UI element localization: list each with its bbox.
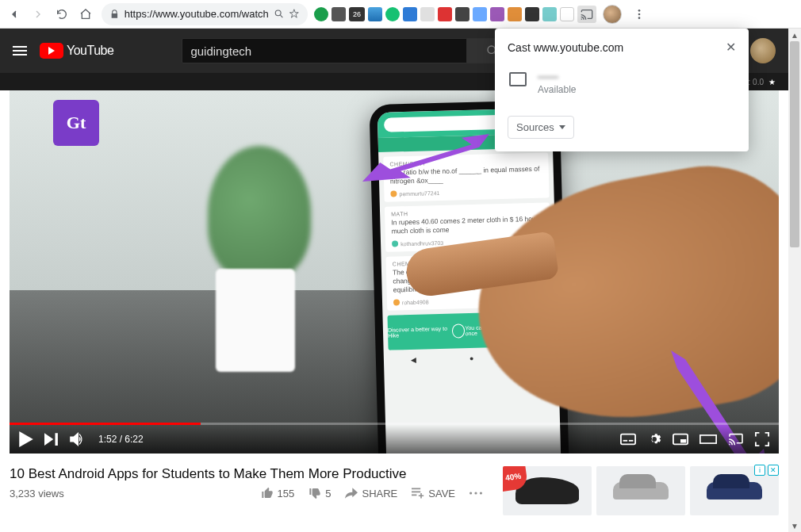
extension-icon[interactable]	[455, 7, 469, 21]
extension-icon[interactable]	[332, 7, 346, 21]
nav-back-button[interactable]	[3, 3, 25, 25]
svg-rect-20	[700, 435, 716, 443]
address-bar[interactable]: https://www.youtube.com/watch?...	[102, 3, 308, 25]
more-actions-button[interactable]	[465, 492, 487, 495]
thumb-up-icon	[261, 487, 274, 499]
extension-icon[interactable]	[508, 7, 522, 21]
extension-icon[interactable]	[385, 7, 400, 21]
subtitles-button[interactable]	[620, 433, 636, 446]
extension-icon[interactable]	[420, 7, 435, 21]
toolbar-cast-button[interactable]	[577, 6, 596, 23]
next-button[interactable]	[44, 433, 59, 446]
player-controls: 1:52 / 6:22	[10, 425, 779, 454]
nav-forward-button[interactable]	[27, 3, 49, 25]
extension-icon[interactable]	[542, 7, 557, 21]
close-icon[interactable]: ✕	[726, 40, 736, 55]
reload-button[interactable]	[51, 3, 73, 25]
volume-button[interactable]	[70, 432, 87, 446]
ad-close-icon[interactable]: ✕	[768, 465, 779, 476]
svg-rect-15	[621, 434, 635, 445]
ad-info-icon[interactable]: i	[754, 465, 765, 476]
user-avatar[interactable]	[750, 38, 776, 63]
url-text: https://www.youtube.com/watch?...	[125, 8, 269, 20]
youtube-logo[interactable]: YouTube	[40, 43, 113, 59]
chrome-menu-button[interactable]	[628, 3, 650, 25]
fullscreen-button[interactable]	[755, 432, 769, 446]
time-display: 1:52 / 6:22	[98, 434, 144, 445]
home-button[interactable]	[75, 3, 97, 25]
save-button[interactable]: SAVE	[407, 488, 460, 499]
like-button[interactable]: 155	[256, 487, 300, 499]
extension-icon[interactable]	[525, 7, 539, 21]
youtube-wordmark: YouTube	[67, 44, 113, 58]
share-button[interactable]: SHARE	[340, 488, 402, 499]
ad-thumbnail[interactable]	[596, 466, 685, 515]
miniplayer-button[interactable]	[673, 433, 688, 446]
extension-icon[interactable]	[490, 7, 504, 21]
extension-icon[interactable]	[314, 7, 328, 21]
cast-device-row[interactable]: —— Available	[495, 59, 749, 106]
svg-point-23	[480, 492, 482, 494]
extension-icon[interactable]	[403, 7, 417, 21]
svg-point-1	[638, 10, 641, 12]
cast-sources-button[interactable]: Sources	[508, 116, 574, 139]
vertical-scrollbar[interactable]: ▲ ▼	[788, 29, 801, 532]
play-on-tv-button[interactable]	[728, 433, 744, 446]
playlist-add-icon	[412, 488, 424, 499]
svg-point-2	[638, 13, 641, 15]
cast-device-status: Available	[538, 84, 576, 95]
star-icon[interactable]: ★	[768, 78, 776, 86]
thumb-down-icon	[309, 487, 321, 499]
svg-point-3	[638, 17, 641, 19]
svg-point-21	[469, 492, 472, 494]
browser-toolbar: https://www.youtube.com/watch?... 26	[0, 0, 801, 29]
search-input[interactable]	[182, 38, 467, 63]
hamburger-menu-icon[interactable]	[13, 46, 27, 55]
ad-row: 40% i ✕	[503, 466, 779, 515]
play-button[interactable]	[19, 431, 33, 447]
extension-icon[interactable]	[473, 7, 487, 21]
search-in-omnibox-icon	[274, 8, 285, 20]
extensions-row: 26	[314, 6, 596, 23]
view-count: 3,233 views	[10, 488, 64, 499]
extension-icon[interactable]	[438, 7, 452, 21]
ad-thumbnail[interactable]: 40%	[503, 466, 592, 515]
extension-icon[interactable]	[368, 7, 382, 21]
chevron-down-icon	[559, 125, 565, 129]
share-icon	[345, 488, 358, 499]
tv-icon	[509, 72, 527, 86]
channel-badge: Gt	[53, 100, 99, 146]
profile-avatar[interactable]	[603, 5, 622, 24]
video-metadata: 10 Best Android Apps for Students to Mak…	[10, 466, 487, 515]
extension-badge[interactable]: 26	[349, 7, 365, 21]
cast-popup-title: Cast www.youtube.com	[508, 41, 623, 54]
lock-icon	[109, 9, 120, 20]
cast-device-name: ——	[538, 71, 576, 82]
theater-mode-button[interactable]	[699, 434, 717, 445]
youtube-search	[182, 38, 518, 63]
scrollbar-thumb[interactable]	[790, 41, 799, 247]
dislike-button[interactable]: 5	[304, 487, 335, 499]
scroll-down-arrow[interactable]: ▼	[788, 519, 801, 532]
youtube-play-icon	[40, 43, 63, 59]
more-horiz-icon	[469, 492, 482, 495]
extension-icon[interactable]	[560, 7, 574, 21]
cast-popup: Cast www.youtube.com ✕ —— Available Sour…	[495, 29, 749, 151]
bookmark-star-icon[interactable]	[289, 8, 300, 20]
video-title: 10 Best Android Apps for Students to Mak…	[10, 466, 487, 482]
svg-rect-19	[680, 439, 686, 443]
svg-rect-16	[623, 440, 627, 442]
svg-point-22	[474, 492, 477, 494]
svg-point-4	[488, 46, 495, 53]
scroll-up-arrow[interactable]: ▲	[788, 29, 801, 41]
svg-rect-17	[629, 440, 633, 442]
settings-button[interactable]	[647, 432, 661, 446]
svg-point-0	[275, 10, 281, 16]
